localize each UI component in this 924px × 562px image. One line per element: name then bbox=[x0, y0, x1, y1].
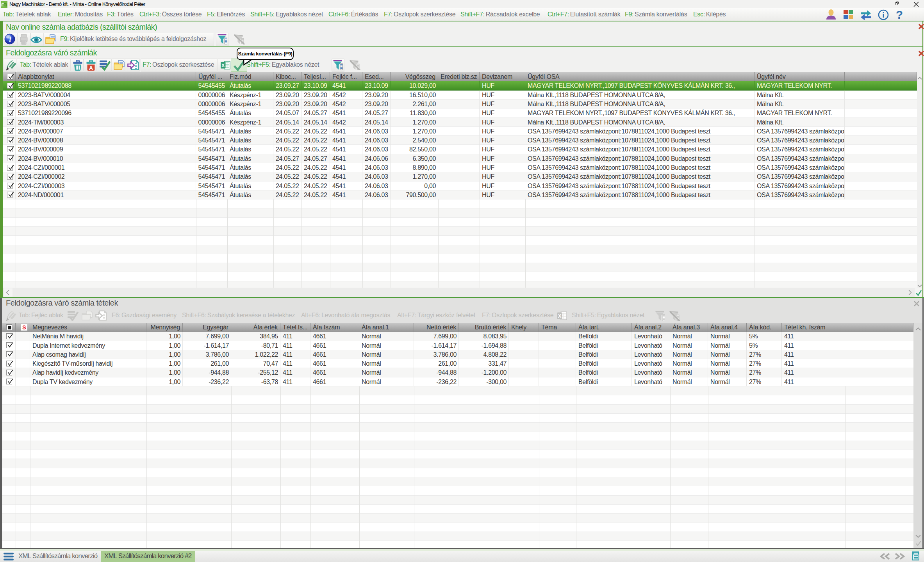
svg-text:i: i bbox=[9, 35, 11, 43]
svg-text:?: ? bbox=[896, 9, 903, 20]
svg-text:A: A bbox=[89, 65, 93, 71]
svg-text:X: X bbox=[558, 313, 562, 319]
svg-text:X: X bbox=[221, 63, 225, 68]
